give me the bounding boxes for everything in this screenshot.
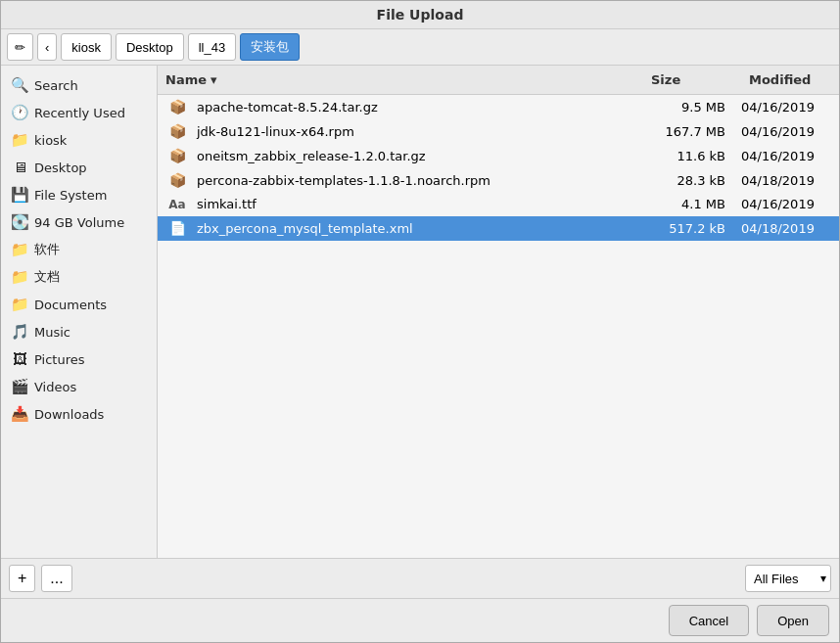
clock-icon: 🕐 (11, 104, 28, 121)
sidebar-label-documents: Documents (34, 298, 107, 312)
file-modified: 04/16/2019 (741, 100, 839, 115)
table-row[interactable]: 📦 jdk-8u121-linux-x64.rpm 167.7 MB 04/16… (158, 119, 839, 144)
table-row[interactable]: 📄 zbx_percona_mysql_template.xml 517.2 k… (158, 216, 839, 241)
sort-icon: ▾ (210, 72, 217, 87)
file-name: zbx_percona_mysql_template.xml (189, 221, 643, 236)
main-content: 🔍 Search 🕐 Recently Used 📁 kiosk 🖥 Deskt… (1, 66, 839, 558)
folder-icon-documents: 📁 (11, 296, 28, 313)
desktop-icon: 🖥 (11, 159, 28, 176)
file-name: apache-tomcat-8.5.24.tar.gz (189, 100, 643, 115)
file-list: 📦 apache-tomcat-8.5.24.tar.gz 9.5 MB 04/… (158, 95, 839, 558)
file-modified: 04/16/2019 (741, 197, 839, 211)
breadcrumb-ll43[interactable]: ll_43 (188, 33, 236, 61)
file-modified: 04/18/2019 (741, 221, 839, 236)
sidebar-label-docs-cn: 文档 (34, 268, 60, 286)
sidebar-label-recently-used: Recently Used (34, 106, 125, 120)
folder-icon-kiosk: 📁 (11, 131, 28, 149)
action-buttons: Cancel Open (1, 598, 839, 642)
sidebar-item-desktop[interactable]: 🖥 Desktop (1, 154, 157, 181)
file-name: percona-zabbix-templates-1.1.8-1.noarch.… (189, 173, 643, 188)
sidebar-label-software: 软件 (34, 241, 60, 258)
folder-icon-docs-cn: 📁 (11, 268, 28, 286)
back-button[interactable]: ‹ (37, 33, 57, 61)
downloads-icon: 📥 (11, 405, 28, 423)
sidebar-item-docs-cn[interactable]: 📁 文档 (1, 263, 157, 291)
music-icon: 🎵 (11, 323, 28, 341)
column-header-name[interactable]: Name ▾ (158, 69, 643, 90)
file-name: oneitsm_zabbix_release-1.2.0.tar.gz (189, 149, 643, 163)
sidebar-item-search[interactable]: 🔍 Search (1, 71, 157, 99)
sidebar: 🔍 Search 🕐 Recently Used 📁 kiosk 🖥 Deskt… (1, 66, 158, 558)
file-modified: 04/18/2019 (741, 173, 839, 188)
table-row[interactable]: Aa simkai.ttf 4.1 MB 04/16/2019 (158, 193, 839, 216)
sidebar-item-music[interactable]: 🎵 Music (1, 318, 157, 345)
file-name: simkai.ttf (189, 197, 643, 211)
archive-icon: 📦 (165, 148, 189, 163)
sidebar-item-recently-used[interactable]: 🕐 Recently Used (1, 99, 157, 126)
search-icon: 🔍 (11, 76, 28, 94)
bottom-bar: + ... All Files Text Files XML Files (1, 558, 839, 598)
breadcrumb-desktop[interactable]: Desktop (116, 33, 184, 61)
file-upload-dialog: File Upload ✏ ‹ kiosk Desktop ll_43 安装包 … (0, 0, 840, 643)
folder-icon-software: 📁 (11, 241, 28, 258)
file-size: 517.2 kB (643, 221, 741, 236)
column-header-modified[interactable]: Modified (741, 69, 839, 90)
file-modified: 04/16/2019 (741, 124, 839, 139)
file-size: 9.5 MB (643, 100, 741, 115)
rpm-icon: 📦 (165, 172, 189, 188)
edit-button[interactable]: ✏ (7, 33, 33, 61)
sidebar-label-filesystem: File System (34, 188, 107, 203)
sidebar-label-downloads: Downloads (34, 407, 104, 422)
sidebar-item-filesystem[interactable]: 💾 File System (1, 181, 157, 208)
toolbar: ✏ ‹ kiosk Desktop ll_43 安装包 (1, 29, 839, 66)
sidebar-item-downloads[interactable]: 📥 Downloads (1, 400, 157, 428)
volume-icon: 💽 (11, 213, 28, 231)
sidebar-label-videos: Videos (34, 380, 76, 394)
cancel-button[interactable]: Cancel (669, 605, 749, 636)
sidebar-item-software[interactable]: 📁 软件 (1, 236, 157, 263)
file-name: jdk-8u121-linux-x64.rpm (189, 124, 643, 139)
file-modified: 04/16/2019 (741, 149, 839, 163)
file-size: 11.6 kB (643, 149, 741, 163)
font-icon: Aa (165, 198, 189, 211)
sidebar-label-music: Music (34, 325, 70, 340)
file-header: Name ▾ Size Modified (158, 66, 839, 95)
rpm-icon: 📦 (165, 123, 189, 139)
pictures-icon: 🖼 (11, 350, 28, 368)
dialog-title: File Upload (377, 7, 464, 23)
breadcrumb-install[interactable]: 安装包 (240, 33, 300, 61)
title-bar: File Upload (1, 1, 839, 29)
sidebar-label-volume: 94 GB Volume (34, 215, 124, 230)
more-button[interactable]: ... (41, 565, 71, 592)
archive-icon: 📦 (165, 99, 189, 115)
file-size: 4.1 MB (643, 197, 741, 211)
sidebar-item-pictures[interactable]: 🖼 Pictures (1, 345, 157, 373)
file-size: 28.3 kB (643, 173, 741, 188)
xml-icon: 📄 (165, 220, 189, 236)
file-area: Name ▾ Size Modified 📦 apache-tomcat-8.5… (158, 66, 839, 558)
table-row[interactable]: 📦 oneitsm_zabbix_release-1.2.0.tar.gz 11… (158, 144, 839, 168)
open-button[interactable]: Open (757, 605, 829, 636)
filter-select[interactable]: All Files Text Files XML Files (745, 565, 831, 592)
filter-wrapper: All Files Text Files XML Files (745, 565, 831, 592)
sidebar-label-search: Search (34, 78, 78, 93)
breadcrumb-kiosk[interactable]: kiosk (61, 33, 112, 61)
table-row[interactable]: 📦 apache-tomcat-8.5.24.tar.gz 9.5 MB 04/… (158, 95, 839, 119)
sidebar-label-kiosk: kiosk (34, 133, 67, 148)
filesystem-icon: 💾 (11, 186, 28, 204)
sidebar-item-documents[interactable]: 📁 Documents (1, 291, 157, 318)
sidebar-item-volume[interactable]: 💽 94 GB Volume (1, 208, 157, 236)
file-size: 167.7 MB (643, 124, 741, 139)
sidebar-label-pictures: Pictures (34, 352, 84, 367)
column-header-size[interactable]: Size (643, 69, 741, 90)
table-row[interactable]: 📦 percona-zabbix-templates-1.1.8-1.noarc… (158, 168, 839, 193)
sidebar-item-videos[interactable]: 🎬 Videos (1, 373, 157, 400)
videos-icon: 🎬 (11, 378, 28, 395)
sidebar-label-desktop: Desktop (34, 161, 87, 175)
sidebar-item-kiosk[interactable]: 📁 kiosk (1, 126, 157, 154)
add-button[interactable]: + (9, 565, 35, 592)
